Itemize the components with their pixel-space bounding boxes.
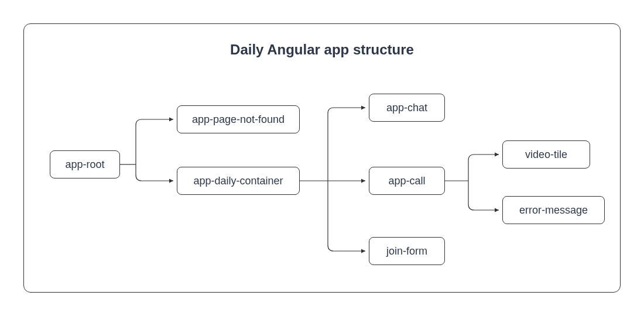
node-app-daily-container: app-daily-container (177, 167, 300, 195)
node-error-message: error-message (502, 196, 605, 224)
diagram-title: Daily Angular app structure (0, 42, 644, 58)
node-video-tile: video-tile (502, 140, 590, 169)
node-app-page-not-found: app-page-not-found (177, 105, 300, 133)
node-app-chat: app-chat (369, 94, 445, 122)
node-join-form: join-form (369, 237, 445, 265)
node-app-call: app-call (369, 167, 445, 195)
node-app-root: app-root (50, 150, 120, 178)
